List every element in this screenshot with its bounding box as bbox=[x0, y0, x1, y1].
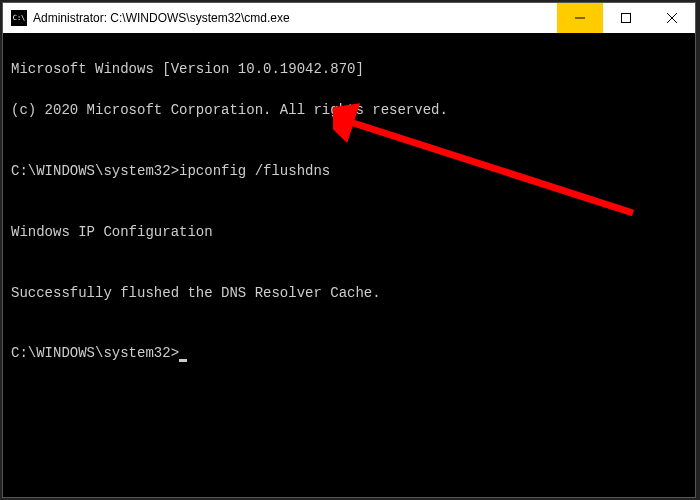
prompt-line-1: C:\WINDOWS\system32>ipconfig /flushdns bbox=[11, 161, 687, 181]
maximize-button[interactable] bbox=[603, 3, 649, 33]
titlebar[interactable]: C:\ Administrator: C:\WINDOWS\system32\c… bbox=[3, 3, 695, 33]
result-message: Successfully flushed the DNS Resolver Ca… bbox=[11, 283, 687, 303]
maximize-icon bbox=[621, 13, 631, 23]
minimize-button[interactable] bbox=[557, 3, 603, 33]
close-button[interactable] bbox=[649, 3, 695, 33]
minimize-icon bbox=[575, 13, 585, 23]
result-header: Windows IP Configuration bbox=[11, 222, 687, 242]
window-title: Administrator: C:\WINDOWS\system32\cmd.e… bbox=[33, 11, 557, 25]
close-icon bbox=[667, 13, 677, 23]
terminal-output[interactable]: Microsoft Windows [Version 10.0.19042.87… bbox=[3, 33, 695, 451]
window-controls bbox=[557, 3, 695, 33]
svg-rect-1 bbox=[622, 14, 631, 23]
cmd-icon: C:\ bbox=[11, 10, 27, 26]
prompt-path: C:\WINDOWS\system32> bbox=[11, 345, 179, 361]
copyright-line: (c) 2020 Microsoft Corporation. All righ… bbox=[11, 100, 687, 120]
prompt-path: C:\WINDOWS\system32> bbox=[11, 163, 179, 179]
prompt-command: ipconfig /flushdns bbox=[179, 163, 330, 179]
cmd-icon-label: C:\ bbox=[13, 15, 26, 22]
version-line: Microsoft Windows [Version 10.0.19042.87… bbox=[11, 59, 687, 79]
prompt-line-2: C:\WINDOWS\system32> bbox=[11, 343, 687, 363]
cursor-icon bbox=[179, 359, 187, 362]
cmd-window: C:\ Administrator: C:\WINDOWS\system32\c… bbox=[2, 2, 696, 498]
